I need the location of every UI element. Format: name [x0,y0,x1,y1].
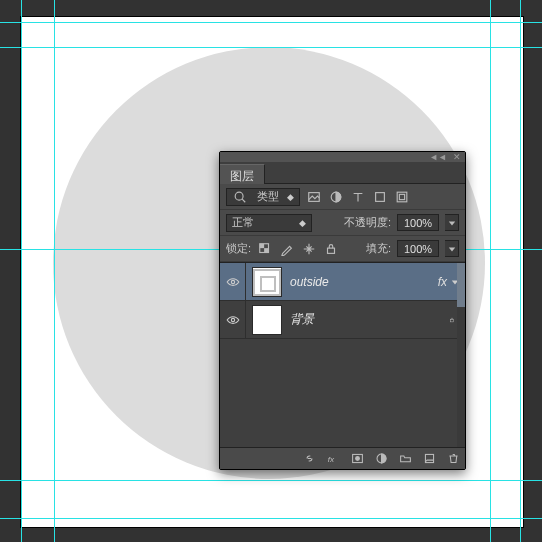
visibility-toggle[interactable] [220,301,246,338]
layer-thumbnail[interactable] [252,267,282,297]
fill-label: 填充: [366,241,391,256]
blend-mode-dropdown[interactable]: 正常 ◆ [226,214,312,232]
panel-footer: fx [220,447,465,469]
image-filter-icon[interactable] [306,189,322,205]
svg-rect-11 [328,248,335,253]
lock-row: 锁定: 填充: 100% [220,236,465,262]
vertical-guide[interactable] [21,0,22,542]
horizontal-guide[interactable] [0,480,542,481]
smartobject-filter-icon[interactable] [394,189,410,205]
blend-mode-label: 正常 [232,215,254,230]
svg-point-0 [235,192,243,200]
svg-rect-16 [451,319,454,321]
tab-layers[interactable]: 图层 [220,164,265,184]
svg-line-1 [242,199,245,202]
scrollbar[interactable] [457,263,465,447]
fx-indicator[interactable]: fx [434,275,451,289]
layer-row[interactable]: 背景 [220,301,465,339]
svg-text:fx: fx [327,455,334,464]
panel-top-bar: ◄◄ ✕ [220,152,465,162]
blend-row: 正常 ◆ 不透明度: 100% [220,210,465,236]
svg-rect-8 [260,243,264,247]
dropdown-arrow-icon: ◆ [299,218,306,228]
horizontal-guide[interactable] [0,22,542,23]
fill-input[interactable]: 100% [397,240,439,257]
svg-rect-4 [376,192,385,201]
svg-marker-12 [448,247,454,251]
new-adjustment-icon[interactable] [373,451,389,467]
horizontal-guide[interactable] [0,518,542,519]
add-mask-icon[interactable] [349,451,365,467]
fill-dropdown[interactable] [445,240,459,257]
opacity-input[interactable]: 100% [397,214,439,231]
link-layers-icon[interactable] [301,451,317,467]
filter-row: 类型 ◆ [220,184,465,210]
new-layer-icon[interactable] [421,451,437,467]
svg-point-19 [355,456,360,461]
panel-tabs: 图层 [220,162,465,184]
vertical-guide[interactable] [490,0,491,542]
visibility-toggle[interactable] [220,263,246,300]
svg-marker-7 [448,221,454,225]
shape-filter-icon[interactable] [372,189,388,205]
vertical-guide[interactable] [54,0,55,542]
svg-rect-9 [264,248,268,252]
opacity-label: 不透明度: [344,215,391,230]
lock-position-icon[interactable] [301,241,317,257]
layer-row[interactable]: outside fx [220,263,465,301]
layer-name[interactable]: outside [288,275,434,289]
collapse-icon[interactable]: ◄◄ [429,153,447,162]
lock-pixels-icon[interactable] [279,241,295,257]
lock-label: 锁定: [226,241,251,256]
lock-transparency-icon[interactable] [257,241,273,257]
layer-thumbnail[interactable] [252,305,282,335]
layer-list: outside fx 背景 [220,262,465,447]
svg-rect-21 [425,454,433,462]
svg-point-13 [231,280,234,283]
svg-rect-6 [399,194,404,199]
type-filter-icon[interactable] [350,189,366,205]
new-group-icon[interactable] [397,451,413,467]
vertical-guide[interactable] [520,0,521,542]
close-icon[interactable]: ✕ [453,153,461,162]
scrollbar-thumb[interactable] [457,263,465,307]
svg-rect-5 [397,192,407,202]
search-icon [232,189,248,205]
filter-type-label: 类型 [257,189,279,204]
layer-name[interactable]: 背景 [288,311,449,328]
svg-point-15 [231,318,234,321]
filter-type-dropdown[interactable]: 类型 ◆ [226,188,300,206]
horizontal-guide[interactable] [0,47,542,48]
opacity-dropdown[interactable] [445,214,459,231]
fx-menu-icon[interactable]: fx [325,451,341,467]
layers-panel[interactable]: ◄◄ ✕ 图层 类型 ◆ 正常 ◆ 不透明度: 100% 锁定: 填充: [219,151,466,470]
adjustment-filter-icon[interactable] [328,189,344,205]
dropdown-arrow-icon: ◆ [287,192,294,202]
lock-all-icon[interactable] [323,241,339,257]
delete-layer-icon[interactable] [445,451,461,467]
